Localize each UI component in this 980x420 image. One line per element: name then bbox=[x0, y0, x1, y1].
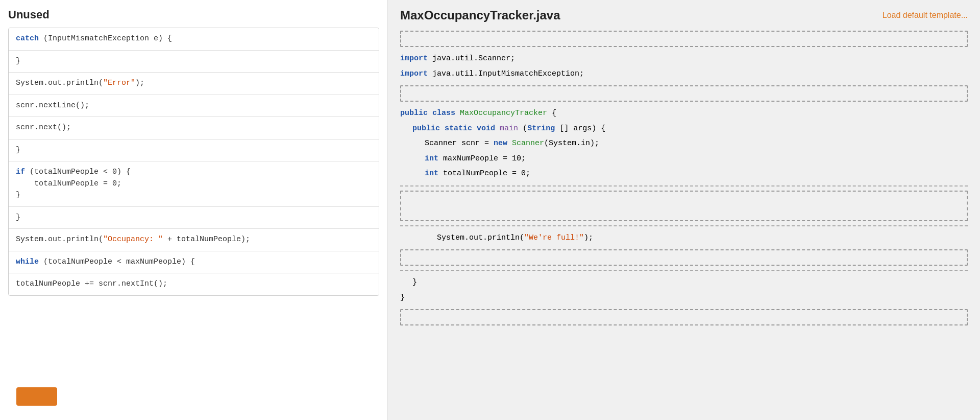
editor-title: MaxOccupancyTracker.java bbox=[400, 8, 560, 22]
code-line: public static void main (String [] args)… bbox=[400, 121, 968, 136]
unused-code-list: catch (InputMismatchException e) { } Sys… bbox=[8, 28, 379, 296]
list-item[interactable]: } bbox=[9, 207, 379, 229]
code-line: import java.util.InputMismatchException; bbox=[400, 66, 968, 82]
code-line: int totalNumPeople = 0; bbox=[400, 166, 968, 181]
code-line: System.out.println("We're full!"); bbox=[400, 230, 968, 246]
list-item[interactable]: } bbox=[9, 139, 379, 162]
list-item[interactable]: while (totalNumPeople < maxNumPeople) { bbox=[9, 251, 379, 274]
drop-zone-bottom[interactable] bbox=[400, 309, 968, 325]
list-item[interactable]: } bbox=[9, 51, 379, 73]
separator-line-2 bbox=[400, 225, 968, 226]
separator-line bbox=[400, 185, 968, 186]
editor-panel: MaxOccupancyTracker.java Load default te… bbox=[388, 0, 980, 420]
drop-zone-after-imports[interactable] bbox=[400, 85, 968, 102]
list-item[interactable]: scnr.next(); bbox=[9, 117, 379, 139]
list-item[interactable]: if (totalNumPeople < 0) { totalNumPeople… bbox=[9, 161, 379, 207]
unused-panel-title: Unused bbox=[8, 8, 379, 21]
list-item[interactable]: totalNumPeople += scnr.nextInt(); bbox=[9, 273, 379, 295]
code-editor: import java.util.Scanner; import java.ut… bbox=[400, 29, 968, 412]
code-line: } bbox=[400, 290, 968, 306]
drop-zone-top[interactable] bbox=[400, 31, 968, 47]
import-section: import java.util.Scanner; import java.ut… bbox=[400, 51, 968, 81]
code-line: public class MaxOccupancyTracker { bbox=[400, 106, 968, 121]
list-item[interactable]: System.out.println("Error"); bbox=[9, 73, 379, 95]
keyword-catch: catch bbox=[16, 34, 39, 43]
list-item[interactable]: catch (InputMismatchException e) { bbox=[9, 28, 379, 51]
code-line: import java.util.Scanner; bbox=[400, 51, 968, 66]
unused-panel: Unused catch (InputMismatchException e) … bbox=[0, 0, 388, 420]
bottom-bar bbox=[8, 381, 379, 412]
code-line: } bbox=[400, 275, 968, 290]
code-line: Scanner scnr = new Scanner(System.in); bbox=[400, 136, 968, 151]
unused-code-list-container: catch (InputMismatchException e) { } Sys… bbox=[8, 28, 379, 381]
list-item[interactable]: scnr.nextLine(); bbox=[9, 95, 379, 118]
drop-zone-middle[interactable] bbox=[400, 191, 968, 221]
load-template-link[interactable]: Load default template... bbox=[883, 11, 968, 20]
list-item[interactable]: System.out.println("Occupancy: " + total… bbox=[9, 229, 379, 251]
action-button[interactable] bbox=[16, 387, 57, 406]
separator-line-3 bbox=[400, 270, 968, 271]
editor-header: MaxOccupancyTracker.java Load default te… bbox=[400, 8, 968, 22]
drop-zone-after-println[interactable] bbox=[400, 249, 968, 266]
code-line: int maxNumPeople = 10; bbox=[400, 151, 968, 167]
